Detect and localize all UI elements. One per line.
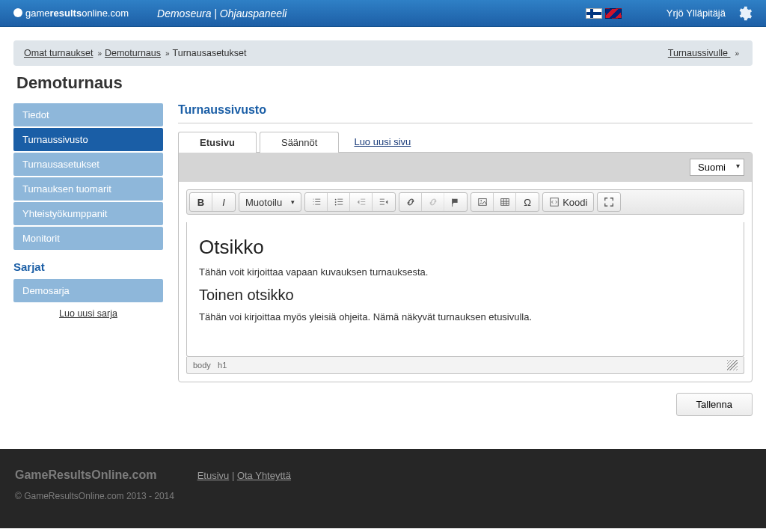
sidebar-item-tiedot[interactable]: Tiedot — [13, 103, 163, 126]
maximize-button[interactable] — [598, 193, 620, 211]
page-title: Demoturnaus — [16, 73, 750, 93]
chevron-right-icon: » — [97, 49, 100, 58]
path-h1[interactable]: h1 — [218, 361, 227, 370]
footer-brand: GameResultsOnline.com — [15, 468, 194, 482]
gear-icon[interactable] — [736, 5, 753, 22]
main-content: Turnaussivusto Etusivu Säännöt Luo uusi … — [178, 103, 753, 416]
language-bar: Suomi — [179, 153, 752, 182]
tab-etusivu[interactable]: Etusivu — [178, 132, 257, 153]
editor-panel: Suomi B I Muotoilu — [178, 152, 753, 382]
editor-toolbar: B I Muotoilu — [186, 189, 744, 215]
sidebar-item-yhteistyokumppanit[interactable]: Yhteistyökumppanit — [13, 202, 163, 225]
tabs: Etusivu Säännöt Luo uusi sivu — [178, 131, 753, 152]
section-title: Turnaussivusto — [178, 103, 753, 123]
element-path-bar: body h1 — [186, 357, 744, 374]
chevron-right-icon: » — [165, 49, 168, 58]
sidebar-item-turnausasetukset[interactable]: Turnausasetukset — [13, 153, 163, 176]
numbered-list-button[interactable] — [305, 193, 328, 211]
sidebar-create-series-link[interactable]: Luo uusi sarja — [13, 308, 163, 319]
language-flags — [586, 8, 622, 19]
footer-home-link[interactable]: Etusivu — [197, 470, 230, 481]
svg-point-1 — [334, 201, 336, 203]
special-char-button[interactable]: Ω — [516, 193, 539, 211]
svg-rect-5 — [500, 199, 509, 206]
user-name[interactable]: Yrjö Ylläpitäjä — [667, 7, 726, 19]
italic-button[interactable]: I — [212, 193, 235, 211]
save-button[interactable]: Tallenna — [676, 393, 753, 416]
tab-saannot[interactable]: Säännöt — [260, 132, 339, 153]
sidebar-item-turnaussivusto[interactable]: Turnaussivusto — [13, 128, 163, 151]
table-button[interactable] — [494, 193, 516, 211]
logo-bubble-icon — [13, 8, 22, 17]
footer: GameResultsOnline.com Etusivu | Ota Yhte… — [0, 449, 766, 528]
format-dropdown[interactable]: Muotoilu — [239, 193, 301, 211]
content-paragraph-2[interactable]: Tähän voi kirjoittaa myös yleisiä ohjeit… — [199, 311, 732, 322]
flag-uk-icon[interactable] — [605, 8, 622, 19]
sidebar-item-tuomarit[interactable]: Turnauksen tuomarit — [13, 177, 163, 201]
path-body[interactable]: body — [193, 361, 211, 370]
svg-point-4 — [480, 200, 482, 201]
chevron-right-icon: » — [735, 49, 738, 58]
brand-part-online: online.com — [82, 7, 129, 19]
header-subtitle: Demoseura | Ohjauspaneeli — [157, 7, 287, 19]
unlink-button[interactable] — [422, 193, 444, 211]
sidebar-item-monitorit[interactable]: Monitorit — [13, 227, 163, 250]
svg-point-2 — [334, 204, 336, 206]
outdent-button[interactable] — [350, 193, 373, 211]
sidebar-item-demosarja[interactable]: Demosarja — [13, 279, 163, 302]
breadcrumb-current: Turnausasetukset — [173, 48, 247, 58]
create-new-page-link[interactable]: Luo uusi sivu — [354, 136, 411, 147]
indent-button[interactable] — [373, 193, 395, 211]
breadcrumb-demo-tournament[interactable]: Demoturnaus — [105, 48, 161, 58]
user-area: Yrjö Ylläpitäjä — [667, 5, 753, 22]
top-bar: gameresultsonline.com Demoseura | Ohjaus… — [0, 0, 766, 27]
breadcrumb-own-tournaments[interactable]: Omat turnaukset — [24, 48, 93, 58]
language-select[interactable]: Suomi — [690, 159, 744, 176]
brand-part-game: game — [25, 7, 50, 19]
footer-copyright: © GameResultsOnline.com 2013 - 2014 — [15, 491, 751, 501]
svg-point-0 — [334, 199, 336, 201]
breadcrumb-bar: Omat turnaukset » Demoturnaus » Turnausa… — [13, 40, 753, 66]
image-button[interactable] — [471, 193, 494, 211]
bold-button[interactable]: B — [190, 193, 212, 211]
content-heading-1[interactable]: Otsikko — [199, 236, 732, 259]
content-paragraph-1[interactable]: Tähän voit kirjoittaa vapaan kuvauksen t… — [199, 266, 732, 278]
sidebar: Tiedot Turnaussivusto Turnausasetukset T… — [13, 103, 163, 416]
footer-contact-link[interactable]: Ota Yhteyttä — [237, 470, 291, 481]
sidebar-series-heading: Sarjat — [13, 260, 163, 273]
link-button[interactable] — [399, 193, 422, 211]
content-heading-2[interactable]: Toinen otsikko — [199, 287, 732, 304]
resize-handle-icon[interactable] — [727, 360, 738, 370]
flag-finland-icon[interactable] — [586, 8, 602, 19]
logo[interactable]: gameresultsonline.com — [13, 7, 129, 19]
editor-content[interactable]: Otsikko Tähän voit kirjoittaa vapaan kuv… — [186, 222, 744, 357]
source-code-button[interactable]: Koodi — [543, 193, 593, 211]
brand-part-results: results — [50, 7, 82, 19]
anchor-button[interactable] — [444, 193, 467, 211]
breadcrumb-tournament-page-link[interactable]: Turnaussivulle — [668, 48, 731, 58]
bullet-list-button[interactable] — [328, 193, 350, 211]
